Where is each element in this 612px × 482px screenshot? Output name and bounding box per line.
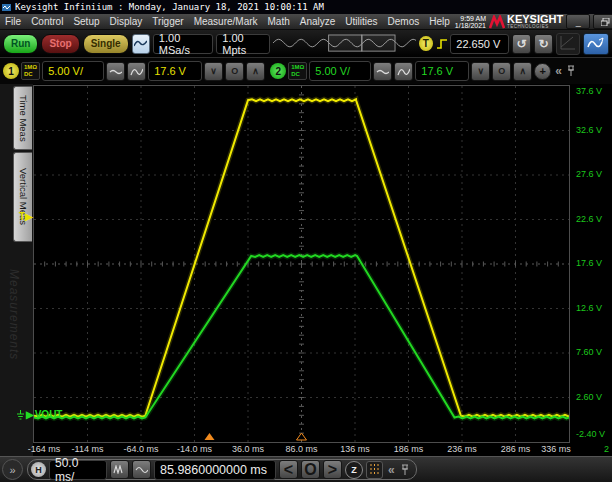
menu-item-analyze[interactable]: Analyze: [295, 16, 341, 27]
timebase-display[interactable]: 50.0 ms/: [49, 460, 107, 480]
channel-2-scale-display[interactable]: 5.00 V/: [309, 61, 371, 81]
channel-1-offset-zero-button[interactable]: O: [225, 62, 244, 81]
position-left-button[interactable]: <: [279, 460, 298, 479]
h-reference-marker: [296, 433, 306, 440]
timebase-zoom-in-button[interactable]: [132, 460, 151, 479]
autoscale-button[interactable]: [583, 33, 609, 55]
menu-item-setup[interactable]: Setup: [68, 16, 104, 27]
channel-2-scale-up-button[interactable]: [394, 62, 413, 81]
run-button[interactable]: Run: [3, 34, 38, 54]
channel-1-scale-display[interactable]: 5.00 V/: [42, 61, 104, 81]
channel-2-button[interactable]: 2: [270, 63, 286, 79]
menu-item-measure-mark[interactable]: Measure/Mark: [189, 16, 263, 27]
y-axis-label: 37.6 V: [576, 86, 602, 96]
sample-rate-display[interactable]: 1.00 MSa/s: [153, 34, 213, 54]
menu-item-utilities[interactable]: Utilities: [340, 16, 382, 27]
memory-depth-display[interactable]: 1.00 Mpts: [216, 34, 269, 54]
channel-1-button[interactable]: 1: [3, 63, 19, 79]
large-wave-icon: [397, 66, 410, 77]
menu-item-display[interactable]: Display: [105, 16, 148, 27]
pin-icon[interactable]: [400, 464, 410, 476]
trigger-level-marker[interactable]: T▶: [19, 211, 33, 222]
minimize-button[interactable]: _: [566, 14, 590, 29]
channel-2-offset-down-button[interactable]: ∨: [471, 62, 490, 81]
clock: 9:59 AM 1/18/2021: [455, 15, 486, 29]
dashed-lines-icon: [369, 464, 380, 476]
channel-2-offset-up-button[interactable]: ∧: [513, 62, 532, 81]
segmented-display-button[interactable]: [366, 461, 383, 479]
small-wave-icon: [376, 67, 389, 76]
menu-item-control[interactable]: Control: [26, 16, 68, 27]
trigger-level-display[interactable]: 22.650 V: [450, 34, 509, 54]
bottom-bar: » H 50.0 ms/ 85.9860000000 ms < O > Z «: [0, 456, 612, 482]
y-axis-label: 22.6 V: [576, 214, 602, 224]
nav-window-right: [361, 35, 394, 51]
large-wave-icon: [130, 66, 143, 77]
channel-1-coupling: DC: [24, 71, 37, 78]
restore-button[interactable]: [593, 14, 612, 29]
menu-item-file[interactable]: File: [0, 16, 26, 27]
grid-mode-button[interactable]: [556, 33, 580, 55]
y-axis-label: 27.6 V: [576, 169, 602, 179]
y-axis-label: 7.60 V: [576, 347, 602, 357]
compressed-wave-icon: [113, 465, 126, 474]
channel-1-offset-up-button[interactable]: ∧: [246, 62, 265, 81]
channel-2-impedance: 1MΩ: [291, 64, 304, 71]
channel-1-offset-down-button[interactable]: ∨: [204, 62, 223, 81]
channel-1-scale-up-button[interactable]: [127, 62, 146, 81]
channel-2-scale-down-button[interactable]: [373, 62, 392, 81]
app-icon: [2, 3, 11, 12]
small-wave-icon: [109, 67, 122, 76]
add-channel-button[interactable]: +: [534, 63, 551, 80]
voltage-axis-labels: 37.6 V32.6 V27.6 V22.6 V17.6 V12.6 V7.60…: [573, 85, 612, 443]
redo-button[interactable]: ↻: [534, 34, 553, 54]
vout-label: VOUT: [35, 409, 63, 420]
channel-1-scale-down-button[interactable]: [106, 62, 125, 81]
time-axis-labels: -164 ms-114 ms-64.0 ms-14.0 ms36.0 ms86.…: [0, 444, 612, 455]
channel-1-coupling-badge[interactable]: 1MΩ DC: [21, 62, 40, 80]
channel-2-right-marker: 2: [604, 444, 609, 454]
expand-panel-button[interactable]: »: [2, 459, 23, 480]
waveform-plot[interactable]: [33, 85, 570, 443]
menu-item-math[interactable]: Math: [263, 16, 295, 27]
menu-item-demos[interactable]: Demos: [383, 16, 425, 27]
horizontal-controls-group: H 50.0 ms/ 85.9860000000 ms < O > Z «: [27, 459, 417, 480]
clock-time: 9:59 AM: [455, 15, 486, 22]
pin-icon[interactable]: [566, 65, 576, 77]
tab-vertical-meas[interactable]: Vertical Meas: [13, 152, 32, 242]
left-sidebar: Time Meas Vertical Meas Measurements: [0, 84, 33, 456]
wave-icon: [134, 39, 147, 48]
clock-date: 1/18/2021: [455, 22, 486, 29]
channel-2-offset-zero-button[interactable]: O: [492, 62, 511, 81]
channel-2-ground-marker[interactable]: ▶ VOUT: [16, 409, 62, 420]
horizontal-button[interactable]: H: [31, 462, 46, 477]
menu-item-help[interactable]: Help: [424, 16, 455, 27]
menu-item-trigger[interactable]: Trigger: [147, 16, 188, 27]
menu-bar: FileControlSetupDisplayTriggerMeasure/Ma…: [0, 14, 612, 30]
timebase-zoom-out-button[interactable]: [110, 460, 129, 479]
undo-button[interactable]: ↺: [512, 34, 531, 54]
single-button[interactable]: Single: [83, 34, 129, 54]
sine-wave-icon: [135, 465, 148, 474]
window-title: Keysight Infiniium : Monday, January 18,…: [15, 2, 324, 12]
horizontal-nav-strip[interactable]: [273, 33, 417, 54]
tab-time-meas[interactable]: Time Meas: [13, 86, 32, 150]
menu-right-cluster: 9:59 AM 1/18/2021 KEYSIGHT TECHNOLOGIES …: [455, 14, 612, 29]
collapse-horizontal-icon[interactable]: «: [386, 463, 397, 477]
trigger-edge-icon[interactable]: [436, 37, 448, 50]
stop-button[interactable]: Stop: [41, 34, 79, 54]
display-mode-button[interactable]: [132, 34, 150, 54]
position-zero-button[interactable]: O: [301, 460, 320, 479]
title-bar: Keysight Infiniium : Monday, January 18,…: [0, 0, 612, 14]
trigger-time-marker: [204, 433, 214, 440]
keysight-spark-icon: [489, 15, 505, 29]
channel-1-offset-display[interactable]: 17.6 V: [148, 61, 202, 81]
collapse-channels-icon[interactable]: «: [553, 64, 564, 78]
position-right-button[interactable]: >: [323, 460, 342, 479]
trigger-source-button[interactable]: T: [419, 36, 432, 51]
channel-2-offset-display[interactable]: 17.6 V: [415, 61, 469, 81]
menu-items: FileControlSetupDisplayTriggerMeasure/Ma…: [0, 16, 455, 27]
horizontal-position-display[interactable]: 85.9860000000 ms: [154, 460, 276, 480]
zoom-button[interactable]: Z: [345, 461, 363, 479]
channel-2-coupling-badge[interactable]: 1MΩ DC: [288, 62, 307, 80]
